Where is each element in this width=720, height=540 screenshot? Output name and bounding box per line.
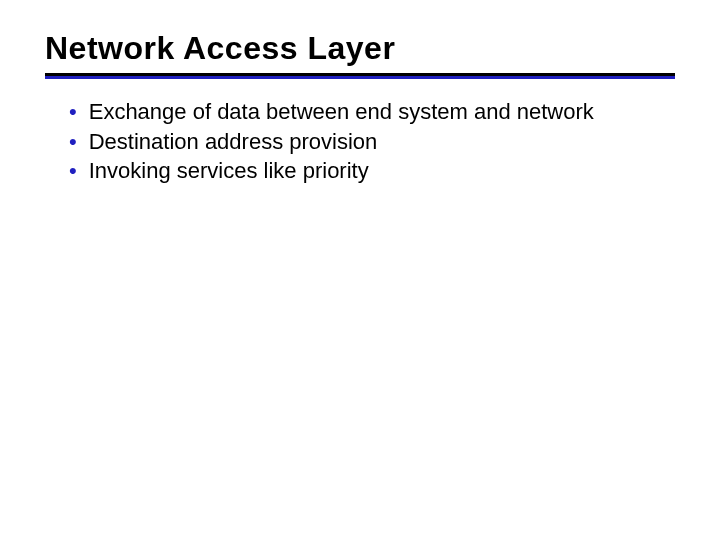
bullet-text: Destination address provision <box>89 127 675 157</box>
slide-title: Network Access Layer <box>45 30 675 67</box>
bullet-text: Invoking services like priority <box>89 156 675 186</box>
bullet-list: • Exchange of data between end system an… <box>45 97 675 186</box>
bullet-icon: • <box>69 127 77 157</box>
list-item: • Destination address provision <box>69 127 675 157</box>
list-item: • Invoking services like priority <box>69 156 675 186</box>
bullet-text: Exchange of data between end system and … <box>89 97 675 127</box>
bullet-icon: • <box>69 156 77 186</box>
bullet-icon: • <box>69 97 77 127</box>
title-underline-blue <box>45 76 675 79</box>
list-item: • Exchange of data between end system an… <box>69 97 675 127</box>
